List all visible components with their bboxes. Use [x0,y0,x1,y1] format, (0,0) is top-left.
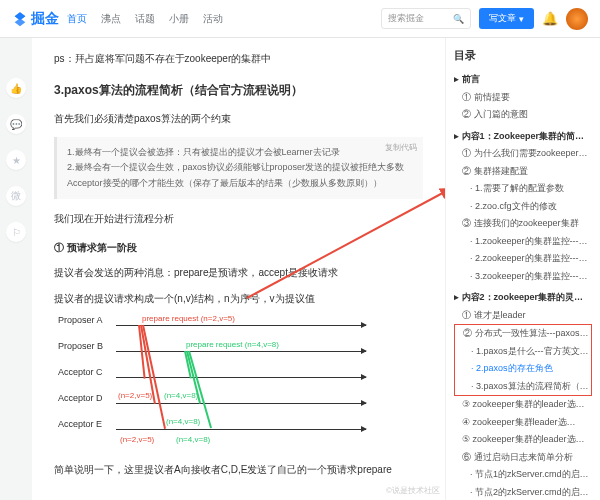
toc-item[interactable]: ② 集群搭建配置 [454,163,592,181]
toc-item[interactable]: · 3.paxos算法的流程简析（结… [454,378,592,397]
share-icon[interactable]: ⚐ [6,222,26,242]
toc-item[interactable]: · 3.zookeeper的集群监控---… [454,268,592,286]
toc-item[interactable]: ② 分布式一致性算法---paxos… [454,324,592,343]
toc-item[interactable]: ③ zookeeper集群的leader选… [454,396,592,414]
header: 掘金 首页 沸点 话题 小册 活动 搜索掘金 🔍 写文章▾ 🔔 [0,0,600,38]
paragraph: 提议者的提议请求构成一个(n,v)结构，n为序号，v为提议值 [54,291,423,307]
nav: 首页 沸点 话题 小册 活动 [67,12,223,26]
avatar[interactable] [566,8,588,30]
toc-list: ▸ 前言① 前情提要② 入门篇的意图▸ 内容1：Zookeeper集群的简单…①… [454,71,592,500]
toc-item[interactable]: · 节点1的zkServer.cmd的启… [454,466,592,484]
copy-code-link[interactable]: 复制代码 [385,141,417,155]
bell-icon[interactable]: 🔔 [542,11,558,26]
phase-heading: ① 预请求第一阶段 [54,241,423,255]
toc-item[interactable]: · 1.zookeeper的集群监控---… [454,233,592,251]
star-icon[interactable]: ★ [6,150,26,170]
toc-item[interactable]: ▸ 内容1：Zookeeper集群的简单… [454,128,592,146]
nav-home[interactable]: 首页 [67,12,87,26]
watermark: ©说是技术社区 [386,485,440,496]
nav-pins[interactable]: 沸点 [101,12,121,26]
comment-icon[interactable]: 💬 [6,114,26,134]
chevron-down-icon: ▾ [519,14,524,24]
paragraph: 简单说明一下，这里提议者A向接收者C,D,E发送了自己的一个预请求prepare [54,462,423,478]
search-icon: 🔍 [453,14,464,24]
toc-item[interactable]: · 1.paxos是什么---官方英文… [454,343,592,361]
toc-item[interactable]: · 节点2的zkServer.cmd的启… [454,484,592,501]
nav-events[interactable]: 活动 [203,12,223,26]
logo-icon [12,11,28,27]
write-button[interactable]: 写文章▾ [479,8,534,29]
toc-sidebar: 目录 ▸ 前言① 前情提要② 入门篇的意图▸ 内容1：Zookeeper集群的简… [445,38,600,500]
section-heading: 3.paxos算法的流程简析（结合官方流程说明） [54,82,423,99]
toc-item[interactable]: ④ zookeeper集群leader选… [454,414,592,432]
weibo-icon[interactable]: 微 [6,186,26,206]
toc-title: 目录 [454,48,592,63]
logo[interactable]: 掘金 [12,10,59,28]
like-icon[interactable]: 👍 [6,78,26,98]
toc-item[interactable]: · 1.需要了解的配置参数 [454,180,592,198]
quote-block: 复制代码 1.最终有一个提议会被选择：只有被提出的提议才会被Learner去记录… [54,137,423,199]
toc-item[interactable]: ① 前情提要 [454,89,592,107]
toc-item[interactable]: ⑥ 通过启动日志来简单分析 [454,449,592,467]
toc-item[interactable]: ① 为什么我们需要zookeeper… [454,145,592,163]
toc-item[interactable]: ① 谁才是leader [454,307,592,325]
article-main: ps：拜占庭将军问题不存在于zookeeper的集群中 3.paxos算法的流程… [32,38,445,500]
toc-item[interactable]: ▸ 内容2：zookeeper集群的灵魂… [454,289,592,307]
paxos-diagram: Proposer A Proposer B Acceptor C Accepto… [58,317,368,452]
toc-item[interactable]: ② 入门篇的意图 [454,106,592,124]
paragraph: 我们现在开始进行流程分析 [54,211,423,227]
toc-item[interactable]: · 2.zookeeper的集群监控---… [454,250,592,268]
toc-item[interactable]: ③ 连接我们的zookeeper集群 [454,215,592,233]
toc-item[interactable]: ⑤ zookeeper集群的leader选… [454,431,592,449]
toc-item[interactable]: ▸ 前言 [454,71,592,89]
search-input[interactable]: 搜索掘金 🔍 [381,8,471,29]
paragraph: 提议者会发送的两种消息：prepare是预请求，accept是接收请求 [54,265,423,281]
toc-item[interactable]: · 2.paxos的存在角色 [454,360,592,378]
nav-topics[interactable]: 话题 [135,12,155,26]
toc-item[interactable]: · 2.zoo.cfg文件的修改 [454,198,592,216]
action-bar: 👍 💬 ★ 微 ⚐ [0,38,32,500]
ps-note: ps：拜占庭将军问题不存在于zookeeper的集群中 [54,52,423,66]
intro-text: 首先我们必须清楚paxos算法的两个约束 [54,111,423,127]
nav-books[interactable]: 小册 [169,12,189,26]
